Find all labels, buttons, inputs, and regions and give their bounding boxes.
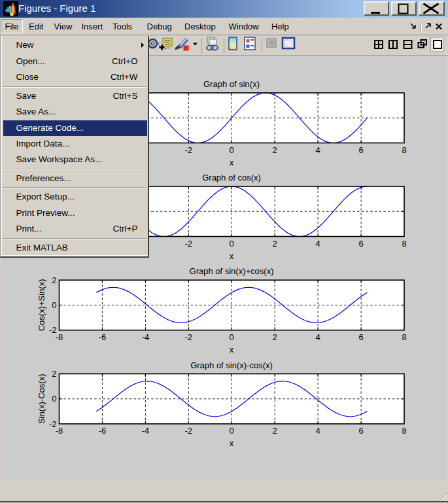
svg-text:0: 0 [52, 394, 56, 404]
svg-text:-4: -4 [142, 332, 150, 342]
svg-text:-6: -6 [99, 332, 107, 342]
svg-text:6: 6 [358, 332, 363, 342]
svg-text:4: 4 [315, 239, 320, 249]
svg-text:-4: -4 [142, 426, 150, 436]
svg-text:8: 8 [402, 426, 406, 436]
svg-text:0: 0 [230, 239, 234, 249]
svg-text:0: 0 [52, 300, 56, 310]
svg-text:0: 0 [230, 332, 234, 342]
svg-text:Graph of sin(x)-cos(x): Graph of sin(x)-cos(x) [190, 360, 273, 370]
svg-text:0: 0 [230, 145, 234, 155]
svg-text:8: 8 [402, 145, 406, 155]
svg-text:2: 2 [273, 239, 277, 249]
svg-text:2: 2 [52, 275, 56, 285]
svg-text:Cos(x)+Sin(x): Cos(x)+Sin(x) [37, 279, 46, 331]
svg-text:-2: -2 [185, 426, 193, 436]
svg-text:x: x [230, 345, 234, 355]
svg-text:2: 2 [273, 145, 277, 155]
svg-text:-2: -2 [185, 332, 193, 342]
svg-text:2: 2 [52, 369, 56, 379]
svg-text:Graph of sin(x)+cos(x): Graph of sin(x)+cos(x) [190, 266, 274, 276]
svg-text:-2: -2 [185, 145, 193, 155]
svg-text:6: 6 [358, 426, 363, 436]
svg-text:4: 4 [315, 145, 320, 155]
svg-text:0: 0 [230, 426, 234, 436]
svg-text:Sin(x)-Cos(x): Sin(x)-Cos(x) [37, 374, 46, 425]
svg-text:x: x [230, 251, 234, 261]
svg-text:-2: -2 [49, 419, 57, 429]
svg-text:Graph of cos(x): Graph of cos(x) [202, 173, 261, 182]
svg-text:Graph of sin(x): Graph of sin(x) [203, 79, 260, 89]
svg-text:4: 4 [315, 426, 320, 436]
svg-text:-6: -6 [99, 426, 107, 436]
svg-text:6: 6 [358, 145, 363, 155]
svg-text:2: 2 [273, 332, 277, 342]
svg-text:2: 2 [273, 426, 277, 436]
svg-text:8: 8 [402, 332, 406, 342]
svg-text:-2: -2 [49, 325, 57, 335]
svg-text:-2: -2 [185, 239, 193, 249]
svg-text:x: x [230, 438, 234, 448]
svg-text:x: x [230, 158, 234, 167]
svg-text:6: 6 [358, 239, 363, 249]
svg-text:8: 8 [402, 239, 406, 249]
svg-text:4: 4 [315, 332, 320, 342]
